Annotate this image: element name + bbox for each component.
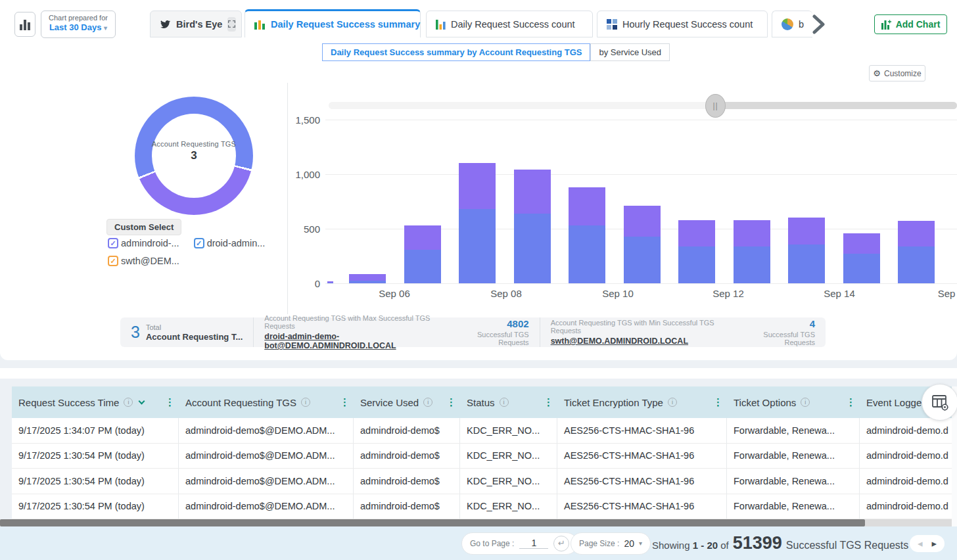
subtab-by-service-used[interactable]: by Service Used — [590, 43, 670, 61]
bar-segment[interactable] — [404, 250, 441, 283]
table-row[interactable]: 9/17/2025 1:30:54 PM (today)admindroid-d… — [12, 444, 957, 469]
bar-segment[interactable] — [514, 214, 551, 283]
chart-list-button[interactable] — [14, 12, 35, 37]
bar-segment[interactable] — [569, 187, 605, 225]
bar-segment[interactable] — [734, 220, 770, 246]
table-row[interactable]: 9/17/2025 1:30:54 PM (today)admindroid-d… — [12, 494, 957, 520]
bar[interactable] — [459, 163, 496, 283]
bar[interactable] — [404, 225, 441, 283]
customize-button[interactable]: ⚙ Customize — [869, 65, 925, 82]
column-label: Ticket Encryption Type — [564, 397, 663, 408]
column-menu-icon[interactable]: ⋮ — [340, 396, 350, 408]
legend-label: droid-admin... — [207, 238, 266, 248]
column-menu-icon[interactable]: ⋮ — [446, 396, 456, 408]
next-page-icon[interactable]: ▸ — [932, 538, 937, 549]
bar-segment[interactable] — [459, 209, 496, 283]
chevron-down-icon: ▾ — [639, 540, 642, 547]
legend-item[interactable]: ✓droid-admin... — [194, 238, 266, 248]
bar-segment[interactable] — [349, 281, 386, 283]
bar-segment[interactable] — [349, 274, 386, 281]
tab-daily-request-success-count[interactable]: Daily Request Success count — [426, 11, 593, 37]
bar-segment[interactable] — [624, 237, 661, 283]
bar[interactable] — [349, 274, 386, 283]
bar-segment[interactable] — [898, 246, 935, 283]
bar[interactable] — [624, 206, 661, 283]
column-header-ticket-options[interactable]: Ticket Optionsi⋮ — [727, 386, 860, 418]
table-cell: AES256-CTS-HMAC-SHA1-96 — [557, 494, 727, 519]
table-row[interactable]: 9/17/2025 1:34:07 PM (today)admindroid-d… — [12, 418, 957, 444]
checkbox-checked-icon[interactable]: ✓ — [108, 256, 118, 266]
column-menu-icon[interactable]: ⋮ — [713, 396, 723, 408]
bar-segment[interactable] — [843, 254, 880, 283]
bar-segment[interactable] — [624, 206, 661, 236]
bar[interactable] — [788, 218, 825, 283]
bar-segment[interactable] — [327, 283, 333, 283]
checkbox-checked-icon[interactable]: ✓ — [194, 238, 204, 248]
stat-total-value: 3 — [131, 323, 140, 342]
column-settings-button[interactable] — [922, 384, 957, 421]
stat-max-account-link[interactable]: droid-admin-demo-bot@DEMO.ADMINDROID.LOC… — [264, 332, 440, 350]
plot-area — [325, 85, 957, 283]
bar[interactable] — [327, 281, 333, 283]
column-header-request-success-time[interactable]: Request Success Timei⋮ — [12, 386, 179, 418]
column-menu-icon[interactable]: ⋮ — [165, 396, 175, 408]
tabs-scroll-next-button[interactable] — [807, 13, 829, 35]
mini-barchart-icon — [254, 19, 266, 30]
bar-segment[interactable] — [514, 170, 551, 213]
column-menu-icon[interactable]: ⋮ — [846, 396, 856, 408]
period-selector[interactable]: Chart prepared for Last 30 Days ▾ — [41, 11, 116, 38]
add-chart-button[interactable]: Add Chart — [874, 14, 947, 34]
expand-icon[interactable] — [227, 17, 236, 32]
table-row[interactable]: 9/17/2025 1:30:54 PM (today)admindroid-d… — [12, 469, 957, 494]
column-menu-icon[interactable]: ⋮ — [544, 396, 553, 408]
goto-page-label: Go to Page : — [470, 539, 514, 548]
bar[interactable] — [569, 187, 605, 283]
column-header-status[interactable]: Statusi⋮ — [460, 386, 557, 418]
custom-select-button[interactable]: Custom Select — [106, 219, 181, 235]
page-size-control[interactable]: Page Size : 20 ▾ — [571, 532, 651, 555]
table-cell: 9/17/2025 1:34:07 PM (today) — [12, 418, 179, 443]
tab-hourly-request-success-count[interactable]: Hourly Request Success count — [597, 11, 768, 37]
subtab-by-account-requesting-tgs[interactable]: Daily Request Success summary by Account… — [322, 43, 590, 61]
table-cell: admindroid-demo$@DEMO.ADM... — [179, 444, 354, 469]
tab-partial[interactable]: b — [772, 11, 812, 37]
bar-segment[interactable] — [404, 225, 441, 250]
bar-segment[interactable] — [788, 245, 825, 283]
column-header-ticket-encryption-type[interactable]: Ticket Encryption Typei⋮ — [557, 386, 727, 418]
column-header-account-requesting-tgs[interactable]: Account Requesting TGSi⋮ — [179, 386, 354, 418]
table-cell: Forwardable, Renewa... — [727, 444, 860, 469]
bar[interactable] — [734, 220, 770, 283]
sort-desc-icon[interactable] — [139, 398, 145, 404]
tab-daily-request-success-summary[interactable]: Daily Request Success summary × — [245, 9, 421, 37]
tab-birds-eye[interactable]: Bird's Eye — [150, 11, 242, 37]
x-tick-label: Sep 06 — [379, 288, 410, 299]
bar-segment[interactable] — [678, 246, 715, 283]
go-icon[interactable]: ↵ — [553, 536, 569, 551]
scrollbar-thumb[interactable] — [0, 519, 865, 526]
legend-item[interactable]: ✓admindroid-... — [108, 238, 179, 248]
table-cell: admindroid-demo$ — [354, 444, 460, 469]
bar-segment[interactable] — [898, 221, 935, 246]
column-header-service-used[interactable]: Service Usedi⋮ — [354, 386, 460, 418]
bar-segment[interactable] — [734, 246, 770, 283]
x-tick-label: Sep — [938, 288, 956, 299]
results-table: Request Success Timei⋮Account Requesting… — [12, 386, 957, 519]
bar-segment[interactable] — [843, 233, 880, 254]
bar[interactable] — [843, 233, 880, 283]
bar[interactable] — [678, 220, 715, 283]
bar-segment[interactable] — [569, 225, 605, 283]
goto-page-input[interactable] — [519, 538, 548, 549]
horizontal-scrollbar[interactable] — [0, 519, 952, 526]
checkbox-checked-icon[interactable]: ✓ — [108, 238, 118, 248]
bar-segment[interactable] — [678, 220, 715, 246]
donut-chart[interactable]: Account Requesting TGS 3 — [135, 97, 253, 215]
prev-page-icon[interactable]: ◂ — [918, 538, 923, 549]
legend-item[interactable]: ✓swth@DEM... — [108, 256, 179, 266]
stat-total-caption: Total — [146, 323, 243, 331]
bar-segment[interactable] — [788, 218, 825, 245]
bar-segment[interactable] — [327, 281, 333, 283]
bar-segment[interactable] — [459, 163, 496, 209]
stat-min-account-link[interactable]: swth@DEMO.ADMINDROID.LOCAL — [551, 337, 724, 346]
bar[interactable] — [514, 170, 551, 283]
bar[interactable] — [898, 221, 935, 283]
